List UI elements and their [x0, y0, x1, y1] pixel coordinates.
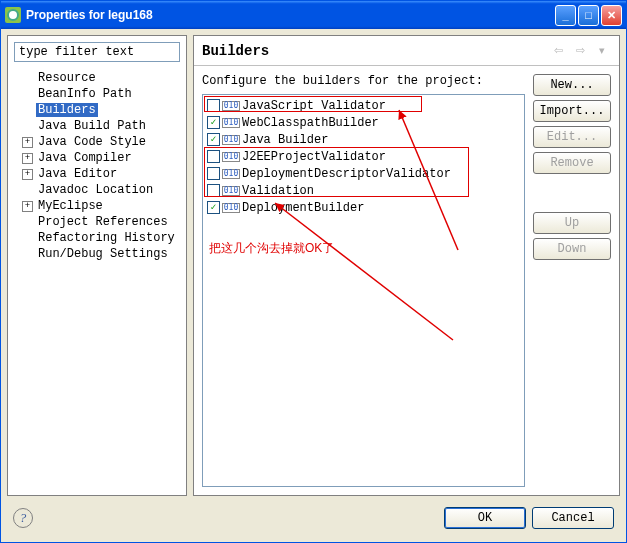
builder-row[interactable]: 010JavaScript Validator — [205, 97, 522, 114]
builder-label: DeploymentBuilder — [242, 201, 364, 215]
svg-point-0 — [8, 10, 18, 20]
cancel-button[interactable]: Cancel — [532, 507, 614, 529]
edit-button[interactable]: Edit... — [533, 126, 611, 148]
import-button[interactable]: Import... — [533, 100, 611, 122]
remove-button[interactable]: Remove — [533, 152, 611, 174]
builder-row[interactable]: 010DeploymentBuilder — [205, 199, 522, 216]
page-header: Builders ⇦ ⇨ ▾ — [194, 36, 619, 66]
tree-item[interactable]: Run/Debug Settings — [12, 246, 182, 262]
builder-icon: 010 — [223, 149, 239, 165]
builder-label: J2EEProjectValidator — [242, 150, 386, 164]
builder-row[interactable]: 010DeploymentDescriptorValidator — [205, 165, 522, 182]
tree-item[interactable]: Builders — [12, 102, 182, 118]
builder-row[interactable]: 010Java Builder — [205, 131, 522, 148]
builder-label: Java Builder — [242, 133, 328, 147]
nav-pane: ResourceBeanInfo PathBuildersJava Build … — [7, 35, 187, 496]
builder-row[interactable]: 010Validation — [205, 182, 522, 199]
client-area: ResourceBeanInfo PathBuildersJava Build … — [1, 29, 626, 542]
tree-item-label: Javadoc Location — [36, 183, 155, 197]
tree-item-label: Project References — [36, 215, 170, 229]
annotation-text: 把这几个沟去掉就OK了 — [209, 240, 334, 257]
builder-icon: 010 — [223, 200, 239, 216]
expander-icon[interactable]: + — [22, 153, 33, 164]
tree-item[interactable]: Javadoc Location — [12, 182, 182, 198]
expander-icon[interactable]: + — [22, 201, 33, 212]
tree-item-label: Java Compiler — [36, 151, 134, 165]
tree-item-label: Java Editor — [36, 167, 119, 181]
builder-icon: 010 — [223, 98, 239, 114]
builder-checkbox[interactable] — [207, 167, 220, 180]
builder-label: DeploymentDescriptorValidator — [242, 167, 451, 181]
help-button[interactable]: ? — [13, 508, 33, 528]
down-button[interactable]: Down — [533, 238, 611, 260]
titlebar[interactable]: Properties for legu168 _ □ ✕ — [1, 1, 626, 29]
tree-item[interactable]: Project References — [12, 214, 182, 230]
tree-item-label: Resource — [36, 71, 98, 85]
tree-item[interactable]: Resource — [12, 70, 182, 86]
new-button[interactable]: New... — [533, 74, 611, 96]
filter-input[interactable] — [14, 42, 180, 62]
footer: ? OK Cancel — [7, 500, 620, 536]
tree-item-label: Java Build Path — [36, 119, 148, 133]
expander-icon[interactable]: + — [22, 137, 33, 148]
page-subtitle: Configure the builders for the project: — [202, 74, 525, 88]
builder-checkbox[interactable] — [207, 133, 220, 146]
builders-list[interactable]: 把这几个沟去掉就OK了 010JavaScript Validator010We… — [202, 94, 525, 487]
up-button[interactable]: Up — [533, 212, 611, 234]
expander-icon[interactable]: + — [22, 169, 33, 180]
nav-tree[interactable]: ResourceBeanInfo PathBuildersJava Build … — [8, 68, 186, 495]
builder-icon: 010 — [223, 132, 239, 148]
tree-item-label: Refactoring History — [36, 231, 177, 245]
tree-item[interactable]: +Java Editor — [12, 166, 182, 182]
maximize-button[interactable]: □ — [578, 5, 599, 26]
builder-icon: 010 — [223, 115, 239, 131]
tree-item-label: BeanInfo Path — [36, 87, 134, 101]
tree-item-label: Builders — [36, 103, 98, 117]
builder-label: JavaScript Validator — [242, 99, 386, 113]
tree-item-label: Java Code Style — [36, 135, 148, 149]
ok-button[interactable]: OK — [444, 507, 526, 529]
tree-item[interactable]: +Java Compiler — [12, 150, 182, 166]
minimize-button[interactable]: _ — [555, 5, 576, 26]
dropdown-icon[interactable]: ▾ — [593, 42, 611, 60]
properties-window: Properties for legu168 _ □ ✕ ResourceBea… — [0, 0, 627, 543]
builder-checkbox[interactable] — [207, 150, 220, 163]
button-column: New... Import... Edit... Remove Up Down — [533, 74, 611, 487]
builder-row[interactable]: 010WebClasspathBuilder — [205, 114, 522, 131]
tree-item[interactable]: +MyEclipse — [12, 198, 182, 214]
builder-checkbox[interactable] — [207, 116, 220, 129]
builder-checkbox[interactable] — [207, 99, 220, 112]
tree-item[interactable]: Java Build Path — [12, 118, 182, 134]
tree-item-label: MyEclipse — [36, 199, 105, 213]
builder-icon: 010 — [223, 166, 239, 182]
tree-item[interactable]: Refactoring History — [12, 230, 182, 246]
page-pane: Builders ⇦ ⇨ ▾ Configure the builders fo… — [193, 35, 620, 496]
builder-checkbox[interactable] — [207, 184, 220, 197]
window-title: Properties for legu168 — [26, 8, 555, 22]
svg-line-2 — [275, 203, 453, 340]
tree-item-label: Run/Debug Settings — [36, 247, 170, 261]
builder-icon: 010 — [223, 183, 239, 199]
forward-icon[interactable]: ⇨ — [571, 42, 589, 60]
back-icon[interactable]: ⇦ — [549, 42, 567, 60]
page-title: Builders — [202, 43, 545, 59]
builder-label: WebClasspathBuilder — [242, 116, 379, 130]
tree-item[interactable]: +Java Code Style — [12, 134, 182, 150]
tree-item[interactable]: BeanInfo Path — [12, 86, 182, 102]
app-icon — [5, 7, 21, 23]
builder-label: Validation — [242, 184, 314, 198]
builder-row[interactable]: 010J2EEProjectValidator — [205, 148, 522, 165]
builder-checkbox[interactable] — [207, 201, 220, 214]
close-button[interactable]: ✕ — [601, 5, 622, 26]
